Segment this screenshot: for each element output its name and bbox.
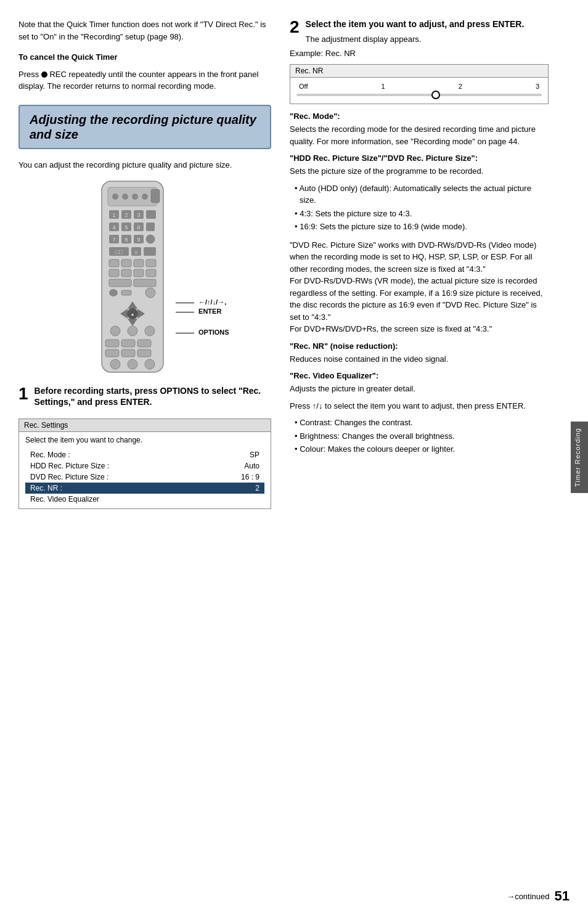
hdd-dvd-heading: "HDD Rec. Picture Size"/"DVD Rec. Pictur…	[290, 153, 549, 163]
step2-title: Select the item you want to adjust, and …	[306, 18, 525, 30]
svg-text:0: 0	[135, 250, 137, 255]
bullet-symbol	[41, 71, 47, 78]
page-number: 51	[555, 888, 570, 904]
menu-item-3: Rec. NR : 2	[25, 483, 264, 494]
svg-point-3	[122, 194, 128, 200]
menu-item-1: HDD Rec. Picture Size : Auto	[25, 460, 264, 471]
step1-number: 1	[18, 385, 28, 402]
svg-rect-42	[134, 279, 156, 287]
svg-point-24	[146, 235, 155, 243]
svg-rect-6	[151, 189, 160, 203]
svg-rect-43	[109, 289, 118, 296]
slider-track	[296, 94, 542, 96]
callout-arrows: ←/↑/↓/→,	[176, 298, 226, 306]
continued-text: →continued	[507, 892, 549, 901]
hdd-dvd-item-0: • Auto (HDD only) (default): Automatical…	[290, 182, 549, 206]
svg-rect-17	[146, 222, 155, 231]
rec-mode-section: "Rec. Mode": Selects the recording mode …	[290, 112, 549, 147]
side-tab: Timer Recording	[571, 422, 588, 493]
menu-item-label-2: DVD Rec. Picture Size :	[30, 473, 108, 481]
svg-text:3: 3	[137, 212, 140, 218]
slider-labels: Off 1 2 3	[296, 83, 542, 90]
callout-enter: ENTER	[176, 308, 221, 315]
svg-point-62	[128, 359, 137, 369]
rec-nr-body: Reduces noise contained in the video sig…	[290, 353, 549, 365]
hdd-dvd-item-1: • 4:3: Sets the picture size to 4:3.	[290, 208, 549, 220]
svg-rect-35	[134, 259, 144, 267]
svg-point-54	[145, 326, 155, 336]
svg-text:□□: □□	[116, 249, 123, 255]
rec-video-eq-heading: "Rec. Video Equalizer":	[290, 371, 549, 380]
step1-header: 1 Before recording starts, press OPTIONS…	[18, 385, 271, 412]
svg-text:2: 2	[125, 212, 128, 218]
menu-title: Rec. Settings	[19, 419, 271, 432]
rec-video-eq-body: Adjusts the picture in greater detail.	[290, 383, 549, 395]
rec-mode-heading: "Rec. Mode":	[290, 112, 549, 121]
svg-rect-30	[144, 247, 156, 256]
right-column: 2 Select the item you want to adjust, an…	[284, 12, 561, 902]
slider-area: Off 1 2 3	[290, 78, 548, 104]
slider-label-1: 1	[382, 83, 385, 90]
remote-illustration: 1 2 3 4 5 6 7 8	[55, 178, 234, 375]
callout-options: OPTIONS	[176, 328, 229, 336]
rec-nr-heading: "Rec. NR" (noise reduction):	[290, 341, 549, 351]
svg-text:1: 1	[112, 212, 115, 218]
step2-header: 2 Select the item you want to adjust, an…	[290, 18, 549, 49]
menu-item-2: DVD Rec. Picture Size : 16 : 9	[25, 471, 264, 483]
slider-label-2: 2	[459, 83, 462, 90]
svg-rect-57	[137, 340, 151, 347]
highlight-title: Adjusting the recording picture quality …	[30, 112, 260, 142]
svg-rect-41	[109, 279, 131, 287]
rec-video-eq-item-2: • Colour: Makes the colours deeper or li…	[290, 443, 549, 455]
svg-point-53	[128, 326, 137, 336]
svg-point-61	[110, 359, 120, 369]
svg-point-45	[145, 288, 155, 298]
svg-rect-39	[134, 269, 144, 277]
svg-rect-36	[146, 259, 156, 267]
rec-video-eq-item-0: • Contrast: Changes the contrast.	[290, 417, 549, 429]
svg-rect-34	[121, 259, 131, 267]
menu-item-label-1: HDD Rec. Picture Size :	[30, 462, 109, 470]
cancel-body: Press REC repeatedly until the counter a…	[18, 68, 271, 92]
main-content: Note that the Quick Timer function does …	[0, 0, 588, 914]
svg-text:7: 7	[112, 237, 115, 243]
svg-text:4: 4	[112, 224, 115, 231]
menu-item-0: Rec. Mode : SP	[25, 449, 264, 460]
page-container: Timer Recording Note that the Quick Time…	[0, 0, 588, 914]
rec-nr-slider-box: Rec. NR Off 1 2 3	[290, 64, 549, 104]
hdd-dvd-body: Sets the picture size of the programme t…	[290, 165, 549, 177]
rec-video-eq-press: Press ↑/↓ to select the item you want to…	[290, 400, 549, 412]
svg-rect-33	[109, 259, 119, 267]
dvd-note-section: "DVD Rec. Picture Size" works with DVD-R…	[290, 239, 549, 335]
menu-item-value-1: Auto	[244, 462, 259, 470]
step2-subtitle: The adjustment display appears.	[306, 35, 525, 44]
svg-rect-58	[105, 349, 119, 357]
step2-container: 2 Select the item you want to adjust, an…	[290, 18, 549, 104]
svg-text:8: 8	[125, 237, 128, 243]
svg-point-4	[132, 194, 138, 200]
hdd-dvd-item-2: • 16:9: Sets the picture size to 16:9 (w…	[290, 221, 549, 233]
left-column: Note that the Quick Timer function does …	[0, 12, 284, 902]
menu-item-4: Rec. Video Equalizer	[25, 494, 264, 505]
svg-rect-40	[146, 269, 156, 277]
cancel-section: To cancel the Quick Timer Press REC repe…	[18, 51, 271, 92]
svg-rect-44	[121, 290, 131, 295]
menu-item-value-3: 2	[255, 484, 259, 492]
cancel-heading: To cancel the Quick Timer	[18, 51, 271, 63]
example-label: Example: Rec. NR	[290, 49, 549, 58]
menu-item-label-3: Rec. NR :	[30, 484, 62, 492]
svg-text:●: ●	[131, 312, 134, 317]
adjust-intro: You can adjust the recording picture qua…	[18, 159, 271, 171]
page-footer: →continued 51	[507, 888, 570, 904]
step2-title-block: Select the item you want to adjust, and …	[306, 18, 525, 49]
side-tab-label: Timer Recording	[574, 428, 581, 487]
menu-item-value-0: SP	[250, 451, 259, 459]
svg-point-5	[142, 194, 148, 200]
svg-point-2	[112, 194, 118, 200]
svg-rect-59	[121, 349, 135, 357]
remote-svg: 1 2 3 4 5 6 7 8	[83, 178, 206, 375]
svg-text:9: 9	[137, 237, 140, 243]
highlight-box: Adjusting the recording picture quality …	[18, 105, 271, 149]
rec-video-eq-item-1: • Brightness: Changes the overall bright…	[290, 430, 549, 443]
svg-rect-37	[109, 269, 119, 277]
